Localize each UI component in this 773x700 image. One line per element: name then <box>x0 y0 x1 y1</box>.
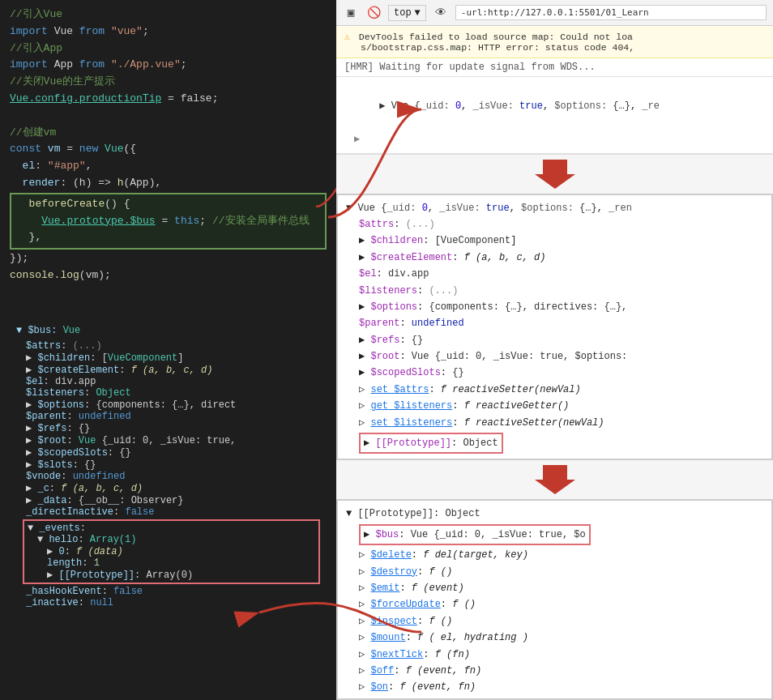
code-line-1: //引入Vue <box>10 6 327 23</box>
debug-hello-0: ▶ 0: f (data) <box>28 545 315 557</box>
highlighted-block: beforeCreate() { Vue.prototype.$bus = th… <box>10 193 327 250</box>
debug-scopedslots: ▶ $scopedSlots: {} <box>16 446 320 459</box>
debug-events: ▼ _events: <box>28 523 315 534</box>
devtools-warning: ⚠ DevTools failed to load source map: Co… <box>336 26 773 58</box>
code-line-blank <box>10 108 327 125</box>
debug-data: ▶ _data: {__ob__: Observer} <box>16 494 320 506</box>
url-input[interactable] <box>455 5 767 20</box>
eye-icon[interactable]: 👁 <box>433 5 449 21</box>
debug-parent: $parent: undefined <box>16 411 320 422</box>
block-icon[interactable]: 🚫 <box>365 5 382 21</box>
debug-children: ▶ $children: [VueComponent] <box>16 352 320 364</box>
vue-obj-expanded: ▼ Vue {_uid: 0, _isVue: true, $options: … <box>336 194 773 461</box>
debug-vnode: $vnode: undefined <box>16 471 320 482</box>
code-line-3: //引入App <box>10 41 327 58</box>
vue-obj-collapsed: ▶ Vue {_uid: 0, _isVue: true, $options: … <box>336 77 773 155</box>
hmr-message: [HMR] Waiting for update signal from WDS… <box>336 58 773 77</box>
vue-obj-arrow: ▶ <box>354 131 765 147</box>
debug-hashookevent: _hasHookEvent: false <box>16 586 320 597</box>
prototype-items: ▶ $bus: Vue {_uid: 0, _isVue: true, $o ▷… <box>346 523 763 700</box>
debug-listeners: $listeners: Object <box>16 387 320 399</box>
debug-directinactive: _directInactive: false <box>16 506 320 518</box>
vue-obj-line[interactable]: ▶ Vue {_uid: 0, _isVue: true, $options: … <box>344 82 765 131</box>
arrow-down-1 <box>336 155 773 194</box>
debug-inactive: _inactive: null <box>16 597 320 608</box>
left-code-panel: //引入Vue import Vue from "vue"; //引入App i… <box>0 0 336 700</box>
context-dropdown[interactable]: top ▼ <box>388 5 426 21</box>
code-line-13: }, <box>16 229 320 246</box>
code-line-7: //创建vm <box>10 125 327 142</box>
code-line-10: render: (h) => h(App), <box>10 175 327 192</box>
code-line-8: const vm = new Vue({ <box>10 141 327 158</box>
svg-marker-2 <box>535 465 575 494</box>
warning-indent: s/bootstrap.css.map: HTTP error: status … <box>361 42 634 53</box>
debug-options: ▶ $options: {components: {…}, direct <box>16 399 320 411</box>
debug-attrs: $attrs: (...) <box>16 340 320 352</box>
svg-marker-1 <box>535 160 575 189</box>
debug-c: ▶ _c: f (a, b, c, d) <box>16 482 320 494</box>
debug-el: $el: div.app <box>16 376 320 387</box>
code-line-6: Vue.config.productionTip = false; <box>10 91 327 108</box>
arrow-down-2 <box>336 460 773 499</box>
dropdown-arrow: ▼ <box>415 7 421 19</box>
debug-hello: ▼ hello: Array(1) <box>28 534 315 545</box>
frame-icon[interactable]: ▣ <box>343 5 359 21</box>
debug-slots: ▶ $slots: {} <box>16 459 320 471</box>
code-line-15: console.log(vm); <box>10 267 327 284</box>
prototype-title: ▼ [[Prototype]]: Object <box>346 506 763 522</box>
debug-refs: ▶ $refs: {} <box>16 422 320 434</box>
code-line-14: }); <box>10 250 327 267</box>
debug-hello-proto: ▶ [[Prototype]]: Array(0) <box>28 569 315 581</box>
code-line-2: import Vue from "vue"; <box>10 23 327 41</box>
context-label: top <box>394 7 412 19</box>
debug-panel-left: ▼ $bus: Vue $attrs: (...) ▶ $children: [… <box>10 319 327 612</box>
debug-root: ▶ $root: Vue {_uid: 0, _isVue: true, <box>16 434 320 446</box>
code-line-4: import App from "./App.vue"; <box>10 57 327 74</box>
warning-icon: ⚠ <box>344 32 350 42</box>
right-devtools-panel: ▣ 🚫 top ▼ 👁 ⚠ DevTools failed to load so… <box>336 0 773 700</box>
expanded-items: $attrs: (...) ▶ $children: [VueComponent… <box>346 216 763 454</box>
code-line-9: el: "#app", <box>10 158 327 175</box>
prototype-link[interactable]: ▶ [[Prototype]]: Object <box>359 433 503 454</box>
hmr-text: [HMR] Waiting for update signal from WDS… <box>344 62 596 73</box>
bus-link-row[interactable]: ▶ $bus: Vue {_uid: 0, _isVue: true, $o <box>359 524 591 545</box>
warning-text1: DevTools failed to load source map: Coul… <box>359 32 633 42</box>
debug-bus-title: ▼ $bus: Vue <box>16 322 320 340</box>
debug-createelement: ▶ $createElement: f (a, b, c, d) <box>16 364 320 376</box>
debug-events-section: ▼ _events: ▼ hello: Array(1) ▶ 0: f (dat… <box>23 519 320 584</box>
code-line-12: Vue.prototype.$bus = this; //安装全局事件总线 <box>16 213 320 230</box>
code-line-11: beforeCreate() { <box>16 196 320 213</box>
code-line-5: //关闭Vue的生产提示 <box>10 74 327 91</box>
vue-expanded-title: ▼ Vue {_uid: 0, _isVue: true, $options: … <box>346 200 763 216</box>
code-editor: //引入Vue import Vue from "vue"; //引入App i… <box>10 6 327 306</box>
prototype-section: ▼ [[Prototype]]: Object ▶ $bus: Vue {_ui… <box>336 499 773 700</box>
devtools-toolbar: ▣ 🚫 top ▼ 👁 <box>336 0 773 26</box>
debug-hello-length: length: 1 <box>28 557 315 569</box>
